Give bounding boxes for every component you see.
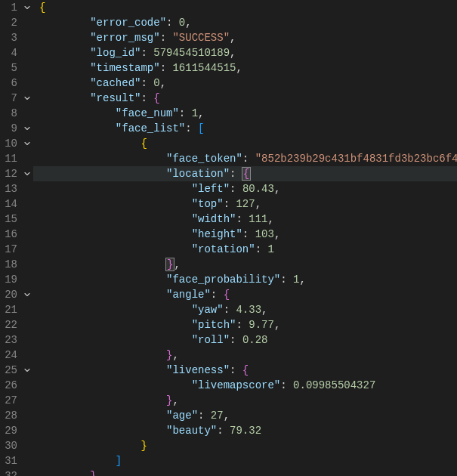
line-number: 9 <box>0 121 21 136</box>
code-line[interactable]: "error_code": 0, <box>33 15 457 30</box>
code-line[interactable]: "height": 103, <box>33 227 457 242</box>
gutter-row: 12 <box>0 166 33 181</box>
token-punc: : <box>236 213 249 225</box>
gutter-row: 5 <box>0 60 33 76</box>
token-key: "location" <box>166 168 230 180</box>
token-punc: , <box>255 198 261 210</box>
fold-placeholder <box>21 378 33 393</box>
token-key: "top" <box>192 198 224 210</box>
code-line[interactable]: }, <box>33 393 457 408</box>
chevron-down-icon[interactable] <box>21 0 33 15</box>
code-line[interactable]: "log_id": 579454510189, <box>33 45 457 60</box>
token-key: "rotation" <box>192 243 255 255</box>
token-punc: , <box>274 228 280 240</box>
code-line[interactable]: "left": 80.43, <box>33 181 457 196</box>
line-number: 10 <box>0 136 21 151</box>
token-num: 9.77 <box>249 319 274 331</box>
token-num: 111 <box>249 213 267 225</box>
code-line[interactable]: "error_msg": "SUCCESS", <box>33 30 457 45</box>
token-num: 27 <box>211 410 224 422</box>
gutter-row: 11 <box>0 151 33 166</box>
line-number: 4 <box>0 45 21 60</box>
code-line[interactable]: "face_probability": 1, <box>33 272 457 287</box>
token-brace-y: { <box>39 2 45 14</box>
code-line[interactable]: "width": 111, <box>33 212 457 227</box>
token-str: "852b239b29c431bf4831fd3b23bc6f4e" <box>255 153 457 165</box>
token-key: "beauty" <box>166 425 217 437</box>
token-num: 0 <box>179 17 185 29</box>
line-number: 14 <box>0 196 21 212</box>
fold-placeholder <box>21 196 33 212</box>
fold-placeholder <box>21 45 33 60</box>
code-line[interactable]: "yaw": 4.33, <box>33 302 457 317</box>
token-bracket-b: [ <box>198 122 204 134</box>
token-punc: : <box>160 32 173 44</box>
token-punc: : <box>179 107 192 119</box>
code-line[interactable]: { <box>33 136 457 151</box>
code-line[interactable]: "pitch": 9.77, <box>33 317 457 332</box>
code-line[interactable]: "face_num": 1, <box>33 106 457 121</box>
token-punc: , <box>172 349 178 361</box>
line-number: 20 <box>0 287 21 302</box>
chevron-down-icon[interactable] <box>21 136 33 151</box>
token-key: "face_token" <box>166 153 242 165</box>
fold-placeholder <box>21 212 33 227</box>
token-brace-p: { <box>242 364 249 376</box>
code-editor[interactable]: 1234567891011121314151617181920212223242… <box>0 0 457 476</box>
gutter-row: 26 <box>0 378 33 393</box>
code-line[interactable]: "face_list": [ <box>33 121 457 136</box>
code-line[interactable]: } <box>33 438 457 453</box>
code-line[interactable]: "rotation": 1 <box>33 242 457 257</box>
token-punc: : <box>242 153 255 165</box>
code-line[interactable]: "top": 127, <box>33 196 457 212</box>
chevron-down-icon[interactable] <box>21 121 33 136</box>
code-line[interactable]: "result": { <box>33 91 457 106</box>
token-key: "pitch" <box>192 319 236 331</box>
code-line[interactable]: "angle": { <box>33 287 457 302</box>
token-key: "error_code" <box>90 17 166 29</box>
code-line[interactable]: "face_token": "852b239b29c431bf4831fd3b2… <box>33 151 457 166</box>
gutter-row: 6 <box>0 76 33 91</box>
code-line[interactable]: "liveness": { <box>33 363 457 378</box>
token-punc: , <box>172 394 178 406</box>
fold-placeholder <box>21 317 33 332</box>
code-line[interactable]: }, <box>33 348 457 363</box>
fold-placeholder <box>21 181 33 196</box>
code-line[interactable]: "livemapscore": 0.09985504327 <box>33 378 457 393</box>
line-number: 8 <box>0 106 21 121</box>
token-punc: : <box>230 183 242 195</box>
token-key: "face_list" <box>116 122 185 134</box>
token-key: "left" <box>192 183 230 195</box>
line-number: 18 <box>0 257 21 272</box>
token-punc: , <box>274 183 280 195</box>
fold-placeholder <box>21 151 33 166</box>
code-line[interactable]: "roll": 0.28 <box>33 332 457 348</box>
chevron-down-icon[interactable] <box>21 287 33 302</box>
fold-placeholder <box>21 408 33 423</box>
token-num: 1611544515 <box>172 62 236 74</box>
token-num: 0.28 <box>242 334 268 346</box>
code-line[interactable]: } <box>33 468 457 476</box>
token-brace-p: { <box>153 92 159 104</box>
fold-placeholder <box>21 242 33 257</box>
chevron-down-icon[interactable] <box>21 91 33 106</box>
line-number: 6 <box>0 76 21 91</box>
code-line[interactable]: }, <box>33 257 457 272</box>
token-key: "timestamp" <box>90 62 159 74</box>
chevron-down-icon[interactable] <box>21 166 33 181</box>
code-line[interactable]: "beauty": 79.32 <box>33 423 457 438</box>
code-line[interactable]: "location": { <box>33 166 457 181</box>
code-area[interactable]: { "error_code": 0, "error_msg": "SUCCESS… <box>33 0 457 476</box>
gutter-row: 10 <box>0 136 33 151</box>
code-line[interactable]: "timestamp": 1611544515, <box>33 60 457 76</box>
code-line[interactable]: ] <box>33 453 457 468</box>
line-number: 5 <box>0 60 21 76</box>
token-punc: : <box>185 122 198 134</box>
token-num: 103 <box>255 228 274 240</box>
gutter-row: 18 <box>0 257 33 272</box>
chevron-down-icon[interactable] <box>21 363 33 378</box>
code-line[interactable]: "cached": 0, <box>33 76 457 91</box>
code-line[interactable]: { <box>33 0 457 15</box>
gutter-row: 25 <box>0 363 33 378</box>
code-line[interactable]: "age": 27, <box>33 408 457 423</box>
